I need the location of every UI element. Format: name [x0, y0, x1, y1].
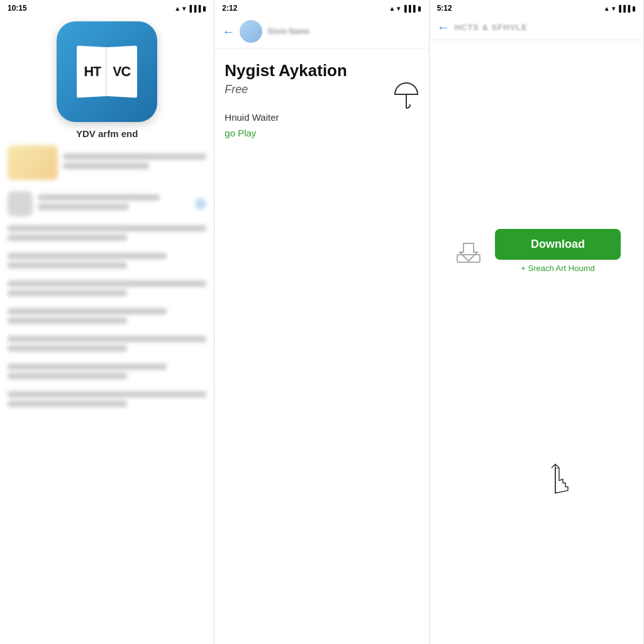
- list-item: [8, 308, 206, 327]
- wifi-icon: ▾: [397, 5, 400, 12]
- umbrella-icon: [394, 80, 419, 112]
- panel-2: 2:12 ▲ ▾ ▐▐▐ ▮ ← Store Name Nygist Aykat…: [214, 0, 429, 644]
- blurred-line: [8, 280, 206, 287]
- time-2: 2:12: [222, 4, 237, 13]
- blurred-top-row: [0, 142, 214, 184]
- blurred-thumb: [8, 191, 33, 216]
- download-btn-area: Download + Sreach Art Houmd: [495, 229, 621, 273]
- blurred-line: [8, 345, 127, 352]
- blurred-line: [8, 318, 127, 324]
- header-text: Store Name: [267, 27, 421, 36]
- panel2-content: Nygist Aykation Free Hnuid Waiter go Pla…: [214, 48, 428, 644]
- battery-icon: ▮: [203, 5, 206, 12]
- list-item: [8, 391, 206, 410]
- status-bar-2: 2:12 ▲ ▾ ▐▐▐ ▮: [214, 0, 428, 15]
- blurred-lines: [8, 336, 206, 355]
- blurred-line: [8, 235, 127, 241]
- search-around-link[interactable]: + Sreach Art Houmd: [521, 264, 594, 273]
- blurred-top-lines: [63, 153, 206, 172]
- status-bar-3: 5:12 ▲ ▾ ▐▐▐ ▮: [430, 0, 643, 15]
- blurred-lines: [38, 194, 190, 213]
- blurred-lines: [8, 391, 206, 410]
- book-left: HT: [77, 46, 108, 98]
- list-item: [8, 253, 206, 272]
- blurred-line: [8, 391, 206, 397]
- app-developer: Hnuid Waiter: [225, 112, 418, 123]
- panel-3: 5:12 ▲ ▾ ▐▐▐ ▮ ← HCTS & SFHVLE Download …: [430, 0, 644, 644]
- time-1: 10:15: [8, 4, 27, 13]
- cursor-svg: [543, 455, 580, 506]
- list-item: [8, 364, 206, 382]
- blurred-line: [8, 401, 127, 407]
- cursor-pointer: [543, 455, 580, 506]
- signal-icon: ▲: [174, 5, 180, 12]
- panel3-header: ← HCTS & SFHVLE: [430, 15, 643, 40]
- blurred-line: [8, 225, 206, 231]
- battery-icon: ▮: [632, 5, 636, 12]
- blurred-line: [8, 336, 206, 342]
- bars-icon: ▐▐▐: [187, 5, 201, 12]
- blurred-line: [8, 308, 167, 314]
- blurred-lines: [8, 280, 206, 299]
- list-item: [8, 280, 206, 299]
- blurred-line: [8, 253, 167, 259]
- header-avatar: [240, 20, 262, 43]
- htvc-book: HT VC: [69, 43, 145, 100]
- blurred-thumb-top: [8, 145, 58, 180]
- blurred-list: [0, 186, 214, 644]
- blurred-line: [8, 373, 127, 379]
- status-bar-1: 10:15 ▲ ▾ ▐▐▐ ▮: [0, 0, 214, 15]
- app-price: Free: [225, 83, 248, 96]
- blurred-line: [8, 364, 167, 370]
- book-text-right: VC: [113, 64, 131, 80]
- blurred-line: [63, 153, 206, 160]
- list-item: [8, 336, 206, 355]
- blurred-lines: [8, 308, 206, 327]
- status-icons-3: ▲ ▾ ▐▐▐ ▮: [604, 5, 636, 12]
- blurred-dot: [195, 198, 206, 209]
- time-3: 5:12: [437, 4, 452, 13]
- blurred-lines: [8, 253, 206, 272]
- blurred-line: [38, 204, 129, 210]
- book-right: VC: [106, 46, 137, 98]
- blurred-line: [8, 262, 127, 269]
- bars-icon: ▐▐▐: [617, 5, 630, 12]
- wifi-icon: ▾: [612, 5, 615, 12]
- signal-icon: ▲: [389, 5, 395, 12]
- blurred-line: [38, 194, 160, 201]
- book-text-left: HT: [84, 64, 101, 80]
- header-title-blurred: Store Name: [267, 27, 421, 36]
- blurred-line: [63, 163, 149, 169]
- app-name-detail: Nygist Aykation: [225, 61, 418, 80]
- back-button-2[interactable]: ←: [222, 25, 235, 39]
- panel-1: 10:15 ▲ ▾ ▐▐▐ ▮ HT VC YDV arfm end: [0, 0, 214, 644]
- panel3-content: Download + Sreach Art Houmd: [430, 40, 643, 644]
- signal-icon: ▲: [604, 5, 610, 12]
- blurred-lines: [8, 225, 206, 244]
- status-icons-1: ▲ ▾ ▐▐▐ ▮: [174, 5, 206, 12]
- blurred-line: [8, 290, 127, 296]
- status-icons-2: ▲ ▾ ▐▐▐ ▮: [389, 5, 421, 12]
- blurred-lines: [8, 364, 206, 382]
- go-play-link[interactable]: go Play: [225, 128, 418, 138]
- list-item: [8, 191, 206, 216]
- battery-icon: ▮: [418, 5, 421, 12]
- download-button[interactable]: Download: [495, 229, 621, 260]
- app-name-panel1: YDV arfm end: [0, 126, 214, 142]
- app-icon: HT VC: [57, 21, 157, 122]
- back-button-3[interactable]: ←: [437, 20, 450, 35]
- download-tray-icon: [455, 237, 482, 265]
- download-area: Download + Sreach Art Houmd: [440, 229, 633, 273]
- bars-icon: ▐▐▐: [402, 5, 415, 12]
- panel2-header: ← Store Name: [214, 15, 428, 48]
- panel3-header-title: HCTS & SFHVLE: [455, 23, 528, 32]
- wifi-icon: ▾: [182, 5, 186, 12]
- list-item: [8, 225, 206, 244]
